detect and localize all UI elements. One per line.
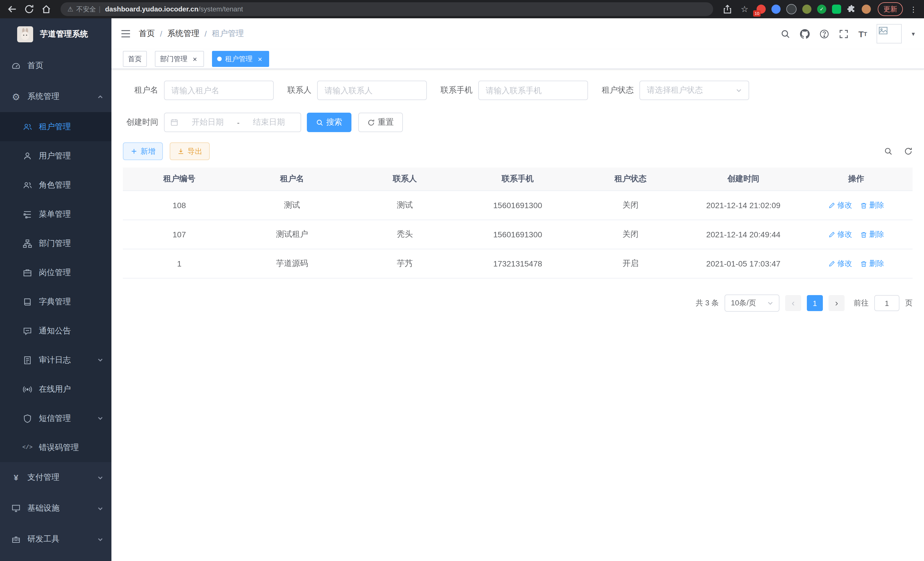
sidebar-item-dev-tools[interactable]: 研发工具 [0,524,111,555]
extension-icon-green-check[interactable]: ✓ [817,5,826,14]
github-icon[interactable] [800,29,810,39]
sidebar-item-home[interactable]: 首页 [0,50,111,81]
prev-page-button[interactable]: ‹ [785,295,801,311]
navbar-actions: TT ▾ [781,24,915,44]
online-icon [23,385,32,394]
create-time-label: 创建时间 [123,117,164,128]
sidebar-item-role-management[interactable]: 角色管理 [0,170,111,200]
cell-actions: 修改 删除 [800,220,913,249]
breadcrumb: 首页 / 系统管理 / 租户管理 [139,29,244,39]
sidebar-item-system-management[interactable]: ⚙ 系统管理 [0,81,111,112]
header-contact: 联系人 [349,168,461,191]
user-avatar[interactable] [877,24,902,44]
phone-input[interactable] [478,81,588,100]
cell-contact: 秃头 [349,220,461,249]
search-icon[interactable] [781,29,790,39]
date-separator: - [237,118,240,127]
contact-input[interactable] [317,81,427,100]
search-button[interactable]: 搜索 [307,113,351,132]
sidebar-item-notice[interactable]: 通知公告 [0,316,111,345]
message-icon [23,326,32,335]
pagination-total: 共 3 条 [696,298,719,308]
browser-menu-icon[interactable]: ⋮ [910,5,917,14]
back-icon[interactable] [7,4,17,14]
filter-create-time: 创建时间 开始日期 - 结束日期 [123,113,301,132]
add-button[interactable]: 新增 [123,142,163,160]
cell-id: 107 [123,220,236,249]
sidebar-item-user-management[interactable]: 用户管理 [0,141,111,170]
browser-update-button[interactable]: 更新 [878,2,903,16]
export-button[interactable]: 导出 [170,142,210,160]
filter-row-2: 创建时间 开始日期 - 结束日期 搜索 [123,113,913,132]
next-page-button[interactable]: › [829,295,844,311]
sidebar-item-menu-management[interactable]: 菜单管理 [0,200,111,229]
date-start-placeholder[interactable]: 开始日期 [182,117,234,128]
delete-button[interactable]: 删除 [860,259,884,269]
browser-toolbar: ⚠ 不安全 | dashboard.yudao.iocoder.cn/syste… [0,0,924,18]
reset-button[interactable]: 重置 [358,113,403,132]
font-size-icon[interactable]: TT [858,29,867,39]
page-size-select[interactable]: 10条/页 [724,295,779,312]
delete-button[interactable]: 删除 [860,229,884,240]
sidebar-toggle-icon[interactable] [121,29,131,38]
sidebar-item-error-code-management[interactable]: </> 错误码管理 [0,433,111,462]
tenant-name-input[interactable] [164,81,274,100]
bookmark-star-icon[interactable]: ☆ [740,4,750,14]
status-select[interactable]: 请选择租户状态 [639,81,749,100]
edit-button[interactable]: 修改 [828,259,852,269]
app-logo[interactable]: 芋道管理系统 [0,18,111,50]
reload-icon[interactable] [24,4,34,14]
extension-icon-dark[interactable] [786,4,796,14]
toolbox-icon [11,535,21,544]
tab-dept-management[interactable]: 部门管理 × [155,51,204,67]
address-bar[interactable]: ⚠ 不安全 | dashboard.yudao.iocoder.cn/syste… [61,2,713,16]
sidebar-item-dept-management[interactable]: 部门管理 [0,229,111,258]
chevron-down-icon [97,536,104,542]
warning-icon: ⚠ [68,5,74,13]
extension-icon-olive[interactable] [802,5,812,14]
active-dot [217,57,222,61]
extensions-puzzle-icon[interactable] [847,5,856,14]
goto-page-input[interactable] [874,295,899,311]
sidebar-item-sms-management[interactable]: 短信管理 [0,404,111,433]
extension-icon-red[interactable]: 10 [757,5,766,14]
fullscreen-icon[interactable] [839,29,849,39]
breadcrumb-system[interactable]: 系统管理 [167,29,200,39]
help-icon[interactable] [819,29,829,39]
app-title: 芋道管理系统 [40,29,88,39]
home-icon[interactable] [41,4,51,14]
sidebar-item-dict-management[interactable]: 字典管理 [0,287,111,316]
breadcrumb-home[interactable]: 首页 [139,29,155,39]
sidebar-item-infrastructure[interactable]: 基础设施 [0,493,111,524]
edit-button[interactable]: 修改 [828,200,852,211]
tab-tenant-management[interactable]: 租户管理 × [212,51,269,67]
tab-home[interactable]: 首页 [123,51,147,67]
refresh-icon[interactable] [904,147,913,156]
main-area: 首页 / 系统管理 / 租户管理 [111,18,924,561]
sidebar-item-payment[interactable]: ¥ 支付管理 [0,462,111,493]
cell-name: 测试租户 [236,220,349,249]
date-range-picker[interactable]: 开始日期 - 结束日期 [164,113,301,132]
security-label: 不安全 [76,5,96,14]
sidebar-item-post-management[interactable]: 岗位管理 [0,258,111,287]
security-chip[interactable]: ⚠ 不安全 | [68,5,100,14]
sidebar-item-tenant-management[interactable]: 租户管理 [0,112,111,141]
chevron-down-icon [735,86,743,94]
page-number-1[interactable]: 1 [807,295,823,311]
sidebar-item-audit-log[interactable]: 审计日志 [0,345,111,375]
sidebar-item-online-users[interactable]: 在线用户 [0,375,111,404]
close-icon[interactable]: × [256,55,264,63]
goto-label: 前往 [854,298,868,308]
share-icon[interactable] [722,4,733,14]
extension-icon-green-square[interactable] [832,5,841,14]
close-icon[interactable]: × [191,55,199,63]
hide-search-icon[interactable] [884,147,892,156]
extension-icon-blue[interactable] [771,5,781,14]
filter-tenant-name: 租户名 [123,81,274,100]
delete-button[interactable]: 删除 [860,200,884,211]
profile-avatar-icon[interactable] [862,5,871,14]
avatar-caret-icon[interactable]: ▾ [912,30,915,38]
edit-button[interactable]: 修改 [828,229,852,240]
screen: ⚠ 不安全 | dashboard.yudao.iocoder.cn/syste… [0,0,924,561]
date-end-placeholder[interactable]: 结束日期 [243,117,295,128]
